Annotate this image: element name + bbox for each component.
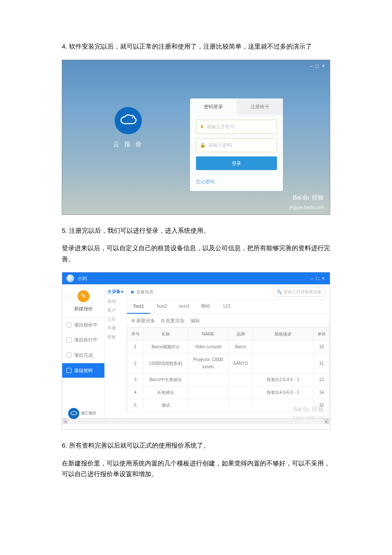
forgot-password-link[interactable]: 忘记密码 xyxy=(190,174,283,191)
new-device-button[interactable]: ⊕ 新建设备 xyxy=(131,317,155,325)
svg-point-1 xyxy=(134,116,135,117)
app-name: 云 报 价 xyxy=(111,139,145,150)
subnav-venue[interactable]: 场地 xyxy=(107,298,124,305)
list-icon xyxy=(66,338,72,343)
app-logo-block: 云 报 价 xyxy=(111,107,145,150)
nav-completed[interactable]: 项目完成 xyxy=(62,348,104,363)
tab-test3[interactable]: test3 xyxy=(173,300,196,314)
screenshot-login: – □ × 云 报 价 密码登录 注册账号 ♜ 请输入手机号 🔒 请输入密码 登… xyxy=(62,60,330,215)
scrollbar[interactable]: ◂▸ xyxy=(62,418,330,424)
login-panel: 密码登录 注册账号 ♜ 请输入手机号 🔒 请输入密码 登录 忘记密码 xyxy=(190,98,283,191)
login-button[interactable]: 登录 xyxy=(196,156,277,171)
sub-nav: ◔ 设备 ▸ 场地 客户 公司 手册 模板 xyxy=(105,284,127,418)
step6-text: 6. 所有资料完善以后就可以正式的使用报价系统了。 xyxy=(62,440,330,451)
edit-button[interactable]: 编辑 xyxy=(190,317,200,325)
list-icon xyxy=(66,368,72,373)
avatar[interactable] xyxy=(66,275,74,282)
username: 小刘 xyxy=(78,275,87,283)
col-brand: 品牌 xyxy=(228,328,253,341)
breadcrumb: ▶设备信息 xyxy=(131,288,153,295)
list-icon xyxy=(66,322,72,327)
password-placeholder: 请输入密码 xyxy=(208,141,232,149)
window-controls[interactable]: – □ × xyxy=(311,275,326,283)
col-price: 单价 xyxy=(314,328,330,341)
app-header: 小刘 – □ × xyxy=(62,272,330,284)
table-row[interactable]: 3Barco中长焦镜头投射比2.6-4.5：113 xyxy=(127,373,330,386)
new-quote-button[interactable]: ✎ 新建报价 xyxy=(62,284,104,318)
batch-add-button[interactable]: ⧉ 批量添加 xyxy=(161,317,184,325)
col-spec: 规格描述 xyxy=(253,328,314,341)
svg-point-0 xyxy=(132,117,133,118)
table-row[interactable]: 212000流明投影机Projector 12000 lumenSANYO11 xyxy=(127,353,330,373)
device-table: 序号 名称 NAME 品牌 规格描述 单价 1Barco视频控台Video co… xyxy=(127,327,330,412)
window-controls[interactable]: – □ × xyxy=(309,62,326,70)
step5-text: 5. 注册完以后，我们可以进行登录，进入系统使用。 xyxy=(62,225,330,236)
lock-icon: 🔒 xyxy=(200,141,206,149)
step6b-text: 在新建报价里，可以使用系统内置的几个模板进行创建，如果觉得内置的不够好，可以不采… xyxy=(62,458,330,480)
main-panel: ▶设备信息 🔍请输入内容检索设备 Test1 Test2 test3 啊哈 12… xyxy=(127,284,330,418)
toolbar: ⊕ 新建设备 ⧉ 批量添加 编辑 xyxy=(127,314,330,328)
cloud-icon xyxy=(68,408,79,419)
subnav-template[interactable]: 模板 xyxy=(107,333,124,341)
col-ename: NAME xyxy=(188,328,228,341)
footer-brand: 展汇报价 xyxy=(68,408,96,419)
nav-quoting[interactable]: 项目报价中 xyxy=(62,318,104,333)
password-input[interactable]: 🔒 请输入密码 xyxy=(196,138,277,152)
search-input[interactable]: 🔍请输入内容检索设备 xyxy=(273,287,326,297)
watermark: Baidu 经验 jingyan.baidu.com xyxy=(289,191,324,211)
tab-test1[interactable]: Test1 xyxy=(127,300,150,314)
cloud-icon xyxy=(115,107,142,134)
user-icon: ♜ xyxy=(200,123,204,131)
col-name: 名称 xyxy=(144,328,188,341)
sidebar-nav: ✎ 新建报价 项目报价中 项目执行中 项目完成 基础资料 xyxy=(62,284,105,418)
screenshot-system: 小刘 – □ × ✎ 新建报价 项目报价中 项目执行中 项目完成 基础资料 ◔ … xyxy=(62,272,330,430)
list-icon xyxy=(66,353,72,358)
tab-password-login[interactable]: 密码登录 xyxy=(190,98,236,115)
subnav-devices[interactable]: ◔ 设备 ▸ xyxy=(107,288,124,295)
search-icon: 🔍 xyxy=(277,288,282,295)
document-icon: ✎ xyxy=(78,290,89,302)
table-row[interactable]: 4长焦镜头投射比4.0-6.0：114 xyxy=(127,386,330,399)
subnav-customer[interactable]: 客户 xyxy=(107,306,124,314)
tab-test2[interactable]: Test2 xyxy=(150,300,173,314)
watermark: Baidu 经验 jingyan.baidu.com xyxy=(292,403,324,421)
phone-input[interactable]: ♜ 请输入手机号 xyxy=(196,120,277,134)
category-tabs: Test1 Test2 test3 啊哈 123 xyxy=(127,299,330,314)
step4-text: 4. 软件安装完以后，就可以正常的注册和使用了，注册比较简单，这里就不过多的演示… xyxy=(62,41,330,52)
table-row[interactable]: 1Barco视频控台Video consoleBarco10 xyxy=(127,341,330,353)
col-no: 序号 xyxy=(127,328,144,341)
nav-executing[interactable]: 项目执行中 xyxy=(62,332,104,348)
nav-base-data[interactable]: 基础资料 xyxy=(62,363,104,379)
subnav-company[interactable]: 公司 xyxy=(107,315,124,323)
tab-123[interactable]: 123 xyxy=(216,300,236,314)
subnav-manual[interactable]: 手册 xyxy=(107,324,124,332)
step5b-text: 登录进来以后，可以自定义自己的租赁设备信息，以及公司信息，把所有能够完善的资料进… xyxy=(62,243,330,264)
phone-placeholder: 请输入手机号 xyxy=(207,123,235,131)
tab-register[interactable]: 注册账号 xyxy=(236,98,283,115)
tab-aha[interactable]: 啊哈 xyxy=(195,300,216,314)
